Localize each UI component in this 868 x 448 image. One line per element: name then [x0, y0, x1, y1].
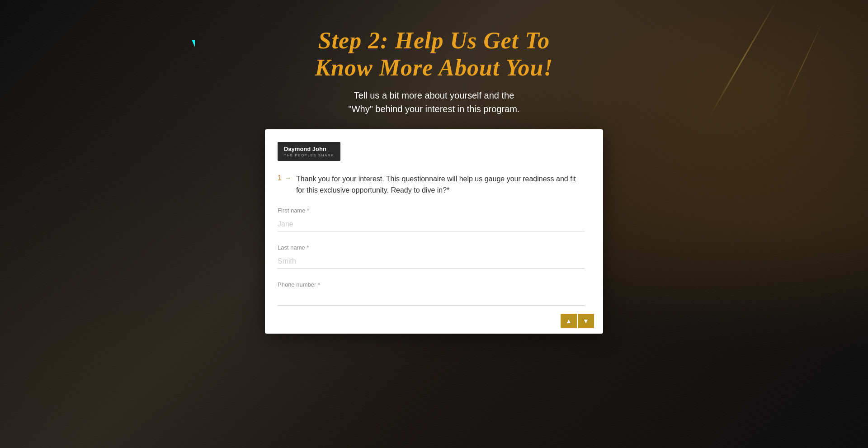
nav-up-button[interactable]: ▲	[561, 314, 577, 328]
first-name-input[interactable]	[278, 217, 585, 231]
question-number: 1	[278, 174, 282, 182]
nav-buttons: ▲ ▼	[561, 314, 594, 328]
step-title: Step 2: Help Us Get To Know More About Y…	[315, 27, 553, 81]
first-name-field: First name *	[278, 207, 585, 231]
logo-area: Daymond John The Peoples Shark	[278, 142, 585, 161]
form-card-inner[interactable]: Daymond John The Peoples Shark 1 → Thank…	[265, 129, 603, 334]
question-block: 1 → Thank you for your interest. This qu…	[278, 174, 585, 196]
nav-down-button[interactable]: ▼	[578, 314, 594, 328]
question-arrow: →	[284, 174, 292, 182]
question-text: Thank you for your interest. This questi…	[296, 174, 585, 196]
last-name-field: Last name *	[278, 244, 585, 269]
form-card: Daymond John The Peoples Shark 1 → Thank…	[265, 129, 603, 334]
header-section: Step 2: Help Us Get To Know More About Y…	[315, 27, 553, 116]
logo-subtext: The Peoples Shark	[284, 153, 334, 157]
question-number-row: 1 → Thank you for your interest. This qu…	[278, 174, 585, 196]
first-name-label: First name *	[278, 207, 585, 214]
logo-box: Daymond John The Peoples Shark	[278, 142, 340, 161]
phone-number-label: Phone number *	[278, 281, 585, 288]
phone-number-field: Phone number *	[278, 281, 585, 306]
main-container: Step 2: Help Us Get To Know More About Y…	[0, 0, 868, 448]
logo-text: Daymond John	[284, 146, 334, 153]
last-name-label: Last name *	[278, 244, 585, 251]
last-name-input[interactable]	[278, 255, 585, 269]
phone-number-input[interactable]	[278, 292, 585, 306]
step-subtitle: Tell us a bit more about yourself and th…	[315, 89, 553, 116]
